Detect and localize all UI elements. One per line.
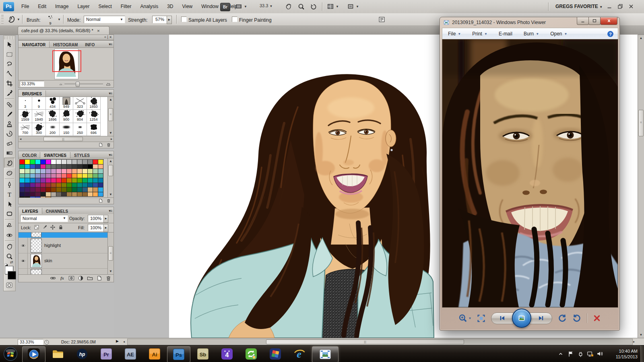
color-swatch[interactable]	[30, 192, 35, 197]
color-swatch[interactable]	[93, 165, 98, 169]
viewer-maximize-button[interactable]	[588, 17, 601, 25]
color-swatch[interactable]	[41, 169, 46, 174]
mode-select[interactable]: Normal ▼	[84, 16, 125, 23]
layer-style-button[interactable]: fx	[59, 275, 65, 281]
screen-mode-icon[interactable]	[347, 3, 354, 10]
healing-brush-tool[interactable]	[4, 100, 14, 109]
color-swatch[interactable]	[77, 160, 83, 165]
layers-vscroll[interactable]: ≡ ▼	[107, 232, 114, 274]
new-adjustment-layer-button[interactable]	[78, 275, 84, 281]
color-swatch[interactable]	[46, 169, 51, 174]
taskbar-adobe-soundbooth[interactable]: Sb	[191, 346, 215, 362]
layer-row-partial[interactable]	[19, 268, 109, 274]
color-swatch[interactable]	[51, 165, 56, 169]
menu-window[interactable]: Window	[197, 0, 223, 13]
taskbar-clock[interactable]: 10:40 AM 11/15/2013	[605, 348, 638, 360]
color-swatch[interactable]	[93, 187, 98, 192]
close-panels-icon[interactable]: ✕	[109, 35, 112, 39]
brush-preset-1254[interactable]: 1254	[87, 110, 101, 123]
color-swatch[interactable]	[72, 183, 77, 188]
brush-preset-1940[interactable]: 1940	[32, 110, 46, 123]
tab-styles[interactable]: STYLES	[70, 152, 93, 158]
color-swatch[interactable]	[77, 178, 83, 183]
color-swatch[interactable]	[56, 192, 62, 197]
color-swatch[interactable]	[25, 174, 30, 179]
document-tab[interactable]: cafe.psd @ 33.3% (details, RGB/8) * ✕	[18, 26, 109, 35]
color-swatch[interactable]	[51, 178, 56, 183]
color-swatch[interactable]	[46, 183, 51, 188]
color-swatch[interactable]	[93, 178, 98, 183]
color-swatch[interactable]	[62, 178, 67, 183]
brush-preset-323[interactable]: 323	[73, 97, 87, 110]
tab-info[interactable]: INFO	[81, 41, 98, 48]
shape-tool[interactable]	[4, 209, 14, 218]
color-swatch[interactable]	[72, 192, 77, 197]
status-zoom-field[interactable]: 33.33%	[18, 339, 43, 345]
navigator-zoom-slider-thumb[interactable]	[76, 82, 80, 87]
color-swatch[interactable]	[88, 174, 93, 179]
magic-wand-tool[interactable]	[4, 69, 14, 78]
color-swatch[interactable]	[62, 174, 67, 179]
zoom-level-control[interactable]: 33.3 ▼	[260, 3, 281, 10]
color-swatch[interactable]	[25, 160, 30, 165]
taskbar-photo-app[interactable]	[264, 346, 287, 362]
color-swatch[interactable]	[25, 169, 30, 174]
color-swatch[interactable]	[93, 192, 98, 197]
brush-preset-preview[interactable]: 9	[45, 14, 56, 25]
color-swatch[interactable]	[98, 192, 103, 197]
lock-position-icon[interactable]	[50, 224, 56, 230]
color-swatch[interactable]	[93, 174, 98, 179]
color-swatch[interactable]	[25, 178, 30, 183]
history-brush-tool[interactable]	[4, 129, 14, 138]
taskbar-adobe-photoshop[interactable]: Ps	[167, 346, 190, 362]
smudge-tool[interactable]	[4, 158, 15, 168]
fill-spinner[interactable]: ▶	[103, 224, 108, 232]
orbit-3d-tool[interactable]	[4, 230, 14, 240]
new-group-button[interactable]	[87, 275, 93, 281]
menu-3d[interactable]: 3D	[163, 0, 178, 13]
status-doc-arrow[interactable]: ▶	[116, 339, 119, 343]
taskbar-windows-photo-viewer[interactable]	[312, 346, 339, 362]
filmstrip-dropdown-arrow[interactable]: ▼	[244, 5, 247, 8]
color-swatch[interactable]	[93, 160, 98, 165]
layer-name[interactable]: skin	[44, 258, 52, 263]
canvas-horizontal-scrollbar[interactable]: |||	[127, 339, 633, 345]
color-swatch[interactable]	[67, 183, 72, 188]
viewer-menu-open[interactable]: Open▼	[545, 31, 573, 37]
brush-preset-250[interactable]: 250	[73, 123, 87, 136]
layer-visibility-icon[interactable]	[20, 259, 26, 263]
layer-row[interactable]: skin	[19, 253, 109, 269]
canvas-hscroll-thumb[interactable]: |||	[266, 339, 464, 344]
viewer-close-button[interactable]	[600, 17, 617, 25]
brush-preset-200[interactable]: 200	[46, 123, 60, 136]
viewer-menu-print[interactable]: Print▼	[466, 31, 493, 37]
viewer-rotate-ccw-icon[interactable]	[558, 314, 567, 323]
brush-preset-1850[interactable]: 1850	[87, 97, 101, 110]
tab-brushes[interactable]: BRUSHES	[18, 90, 46, 97]
navigator-panel-menu-icon[interactable]: ▾≡	[109, 42, 112, 46]
color-swatch[interactable]	[67, 178, 72, 183]
blend-mode-select[interactable]: Normal ▼	[20, 215, 68, 222]
color-swatch[interactable]	[67, 165, 72, 169]
color-swatch[interactable]	[88, 160, 93, 165]
screen-mode-arrow[interactable]: ▼	[356, 5, 359, 8]
taskbar-sync-app[interactable]	[239, 346, 263, 362]
brushes-panel-menu-icon[interactable]: ▾≡	[109, 91, 112, 95]
color-swatch[interactable]	[72, 169, 77, 174]
move-tool[interactable]	[4, 40, 14, 49]
color-swatch[interactable]	[51, 187, 56, 192]
arrange-documents-icon[interactable]	[327, 3, 334, 10]
arrange-documents-arrow[interactable]: ▼	[336, 5, 339, 8]
color-swatch[interactable]	[46, 174, 51, 179]
color-swatch[interactable]	[30, 187, 35, 192]
workspace-switcher[interactable]: GREGS FAVORITE ▼	[555, 0, 603, 14]
color-swatch[interactable]	[67, 169, 72, 174]
ps-minimize-button[interactable]	[606, 3, 613, 10]
canvas-artwork[interactable]	[169, 35, 435, 338]
layer-row[interactable]: highlight	[19, 238, 109, 253]
menu-analysis[interactable]: Analysis	[136, 0, 163, 13]
viewer-menu-file[interactable]: File▼	[442, 31, 466, 37]
document-tab-close-icon[interactable]: ✕	[97, 29, 100, 33]
bridge-button[interactable]: Br	[220, 3, 230, 11]
opacity-spinner[interactable]: ▶	[103, 215, 108, 223]
